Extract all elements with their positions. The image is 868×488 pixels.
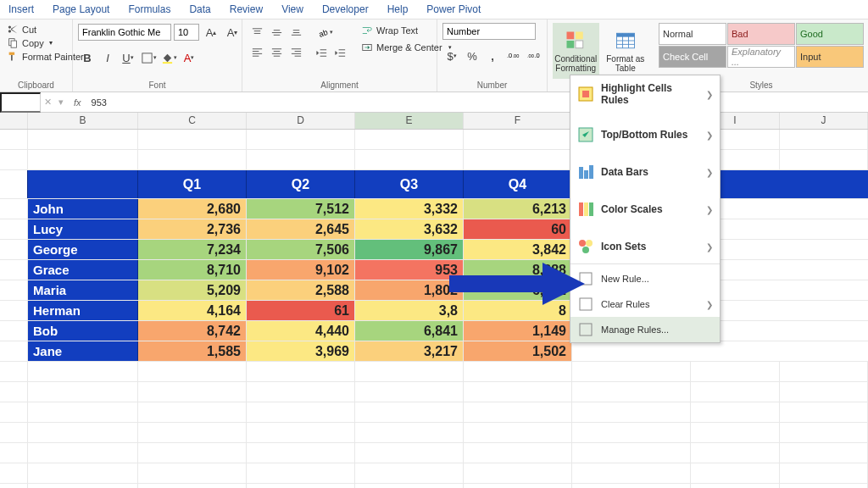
cell[interactable]: [355, 443, 464, 463]
data-cell[interactable]: 6,942: [464, 280, 572, 300]
data-cell[interactable]: 4,164: [138, 301, 247, 320]
style-input[interactable]: Input: [796, 46, 864, 68]
data-cell[interactable]: 9,867: [355, 240, 464, 259]
data-cell[interactable]: 61: [247, 301, 355, 320]
cell[interactable]: [691, 484, 780, 488]
cell[interactable]: [0, 423, 28, 442]
data-cell[interactable]: 3,332: [355, 199, 464, 219]
cell[interactable]: [355, 423, 464, 442]
cell[interactable]: [691, 402, 780, 422]
cell[interactable]: [0, 240, 28, 259]
cell[interactable]: [0, 402, 28, 422]
cell[interactable]: [247, 362, 355, 381]
cell[interactable]: [0, 150, 28, 169]
cell[interactable]: [28, 362, 138, 381]
cell[interactable]: [28, 130, 138, 149]
col-header-F[interactable]: F: [464, 113, 572, 129]
menu-power-pivot[interactable]: Power Pivot: [423, 2, 484, 17]
data-cell[interactable]: 60: [464, 219, 572, 239]
number-format-select[interactable]: [442, 23, 536, 40]
data-cell[interactable]: 2,736: [138, 219, 247, 239]
data-cell[interactable]: 1,502: [464, 341, 572, 361]
col-header-E[interactable]: E: [355, 113, 464, 129]
cell[interactable]: [464, 150, 572, 169]
align-bottom-button[interactable]: [287, 23, 305, 42]
menu-developer[interactable]: Developer: [319, 2, 372, 17]
cell[interactable]: [464, 362, 572, 381]
cell[interactable]: [572, 362, 691, 381]
font-size-input[interactable]: [174, 24, 199, 41]
data-cell[interactable]: 2,680: [138, 199, 247, 219]
data-cell[interactable]: 5,209: [138, 280, 247, 300]
menu-view[interactable]: View: [278, 2, 307, 17]
orientation-button[interactable]: ab▾: [312, 23, 337, 42]
cell[interactable]: [780, 463, 868, 483]
row-name[interactable]: George: [28, 240, 138, 259]
cell[interactable]: [28, 382, 138, 402]
col-header-C[interactable]: C: [138, 113, 247, 129]
data-cell[interactable]: 3,842: [464, 240, 572, 259]
data-cell[interactable]: 3,8: [355, 301, 464, 320]
menu-page-layout[interactable]: Page Layout: [49, 2, 113, 17]
cell[interactable]: [464, 423, 572, 442]
fx-icon[interactable]: fx: [67, 97, 88, 108]
data-cell[interactable]: 1,585: [138, 341, 247, 361]
cell[interactable]: [355, 130, 464, 149]
data-cell[interactable]: 1,802: [355, 280, 464, 300]
fill-color-button[interactable]: ▾: [159, 48, 178, 67]
cell[interactable]: [138, 423, 247, 442]
cell[interactable]: [28, 150, 138, 169]
cell[interactable]: [572, 484, 691, 488]
style-bad[interactable]: Bad: [727, 23, 795, 45]
row-name[interactable]: Jane: [28, 341, 138, 361]
cell[interactable]: [355, 362, 464, 381]
cell[interactable]: [138, 150, 247, 169]
cell[interactable]: [138, 382, 247, 402]
cell[interactable]: [355, 463, 464, 483]
styles-gallery[interactable]: Normal Bad Good Check Cell Explanatory .…: [659, 23, 864, 68]
align-top-button[interactable]: [248, 23, 266, 42]
data-cell[interactable]: 7,234: [138, 240, 247, 259]
cell[interactable]: [138, 402, 247, 422]
data-cell[interactable]: 8: [464, 301, 572, 320]
bold-button[interactable]: B: [78, 48, 97, 67]
currency-button[interactable]: $▾: [442, 47, 461, 65]
style-explanatory[interactable]: Explanatory ...: [727, 46, 795, 68]
col-header-B[interactable]: B: [28, 113, 138, 129]
cell[interactable]: [572, 402, 691, 422]
cell[interactable]: [691, 382, 780, 402]
row-name[interactable]: Grace: [28, 260, 138, 280]
increase-decimal-button[interactable]: .0.00: [504, 47, 522, 65]
align-left-button[interactable]: [248, 42, 266, 61]
cell[interactable]: [780, 402, 868, 422]
cell[interactable]: [572, 423, 691, 442]
cell[interactable]: [780, 362, 868, 381]
increase-font-button[interactable]: A▴: [202, 23, 220, 42]
data-cell[interactable]: 9,102: [247, 260, 355, 280]
cell[interactable]: [0, 130, 28, 149]
cf-item-icon-sets[interactable]: Icon Sets❯: [570, 231, 720, 262]
cell[interactable]: [138, 484, 247, 488]
cell[interactable]: [691, 463, 780, 483]
cell[interactable]: [0, 280, 28, 300]
border-button[interactable]: ▾: [139, 48, 158, 67]
data-cell[interactable]: 6,213: [464, 199, 572, 219]
cell[interactable]: [780, 130, 868, 149]
menu-formulas[interactable]: Formulas: [125, 2, 174, 17]
cf-item-top-bottom-rules[interactable]: Top/Bottom Rules❯: [570, 119, 720, 150]
cf-item-manage-rules-[interactable]: Manage Rules...: [570, 317, 720, 342]
cell[interactable]: [28, 463, 138, 483]
cell[interactable]: [28, 402, 138, 422]
row-name[interactable]: Bob: [28, 321, 138, 341]
data-cell[interactable]: 3,969: [247, 341, 355, 361]
cell[interactable]: [464, 463, 572, 483]
cell[interactable]: [780, 382, 868, 402]
decrease-font-button[interactable]: A▾: [223, 23, 242, 42]
cf-item-highlight-cells-rules[interactable]: Highlight Cells Rules❯: [570, 75, 720, 113]
cell[interactable]: [138, 443, 247, 463]
cell[interactable]: [691, 443, 780, 463]
data-cell[interactable]: 8,688: [464, 260, 572, 280]
cell[interactable]: [464, 443, 572, 463]
data-cell[interactable]: 4,440: [247, 321, 355, 341]
row-name[interactable]: Herman: [28, 301, 138, 320]
